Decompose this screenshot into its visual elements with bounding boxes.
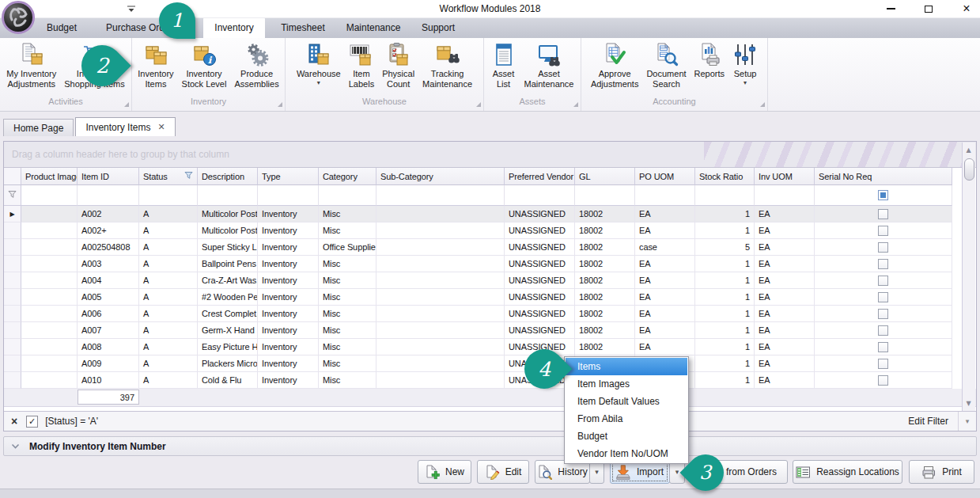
ribbon-tab-budget[interactable]: Budget (36, 17, 87, 38)
row-selector[interactable] (4, 322, 21, 339)
ribbon-button-approve-adjustments[interactable]: Approve Adjustments (588, 40, 642, 97)
table-row[interactable]: A006ACrest Complet...InventoryMiscUNASSI… (4, 306, 976, 322)
serial-checkbox[interactable] (878, 309, 888, 319)
maximize-button[interactable] (923, 3, 934, 14)
row-selector[interactable] (4, 339, 21, 355)
serial-checkbox[interactable] (878, 325, 888, 336)
table-row[interactable]: A003ABallpoint Pens ...InventoryMiscUNAS… (4, 256, 976, 272)
row-selector[interactable] (4, 239, 21, 256)
row-selector[interactable] (4, 256, 21, 272)
table-row[interactable]: A009APlackers Micro ...InventoryMiscUNAS… (4, 355, 976, 372)
table-row[interactable]: A008AEasy Picture H...InventoryMiscUNASS… (4, 339, 976, 355)
menu-item-item-default-values[interactable]: Item Default Values (566, 393, 687, 410)
filter-cell[interactable] (198, 185, 258, 206)
edit-filter-button[interactable]: Edit Filter (908, 416, 948, 427)
filter-funnel-icon[interactable] (184, 171, 193, 181)
filter-cell[interactable] (755, 185, 815, 206)
serial-checkbox[interactable] (878, 259, 888, 269)
group-by-bar[interactable]: Drag a column header here to group by th… (4, 142, 976, 168)
column-header-preferred-vendor[interactable]: Preferred Vendor (505, 168, 575, 185)
dialog-launcher-icon[interactable] (278, 102, 282, 107)
scrollbar-thumb[interactable] (964, 158, 974, 181)
row-selector[interactable] (4, 272, 21, 289)
table-row[interactable]: A010ACold & FluInventoryMiscUNASSIGNED18… (4, 372, 976, 389)
table-row[interactable]: ▶A002AMulticolor Post...InventoryMiscUNA… (4, 206, 976, 222)
app-logo-icon[interactable] (2, 1, 35, 34)
serial-checkbox[interactable] (878, 226, 888, 236)
column-header-status[interactable]: Status (139, 168, 198, 185)
serial-checkbox[interactable] (878, 375, 888, 386)
column-header-description[interactable]: Description (198, 168, 258, 185)
table-row[interactable]: A002504808ASuper Sticky L...InventoryOff… (4, 239, 976, 256)
new-button[interactable]: New (418, 460, 471, 484)
ribbon-button-asset-maintenance[interactable]: Asset Maintenance (521, 40, 577, 97)
menu-item-budget[interactable]: Budget (566, 428, 687, 445)
column-header-po-uom[interactable]: PO UOM (635, 168, 695, 185)
column-header-inv-uom[interactable]: Inv UOM (755, 168, 815, 185)
table-row[interactable]: A005A#2 Wooden Pe...InventoryMiscUNASSIG… (4, 289, 976, 306)
serial-checkbox[interactable] (878, 276, 888, 286)
dialog-launcher-icon[interactable] (760, 102, 765, 107)
doc-tab-home-page[interactable]: Home Page (3, 119, 74, 136)
column-header-serial-no-req[interactable]: Serial No Req (815, 168, 952, 185)
filter-cell[interactable] (319, 185, 376, 206)
column-header-stock-ratio[interactable]: Stock Ratio (695, 168, 755, 185)
close-button[interactable]: × (961, 3, 972, 14)
ribbon-button-asset-list[interactable]: Asset List (488, 40, 520, 97)
serial-checkbox[interactable] (878, 342, 888, 352)
filter-cell[interactable] (695, 185, 755, 206)
serial-checkbox[interactable] (878, 209, 888, 219)
ribbon-button-item-labels[interactable]: Item Labels (346, 40, 377, 97)
vertical-scrollbar[interactable]: ▲ ▼ (962, 143, 975, 411)
serial-checkbox[interactable] (878, 292, 888, 302)
column-header-product-image[interactable]: Product Image (21, 168, 78, 185)
serial-checkbox[interactable] (878, 359, 888, 369)
filter-cell[interactable] (505, 185, 575, 206)
filter-cell[interactable] (78, 185, 139, 206)
ribbon-button-inventory-stock-level[interactable]: iInventory Stock Level (179, 40, 230, 97)
dialog-launcher-icon[interactable] (573, 102, 578, 107)
scroll-down-icon[interactable]: ▼ (963, 397, 974, 409)
filter-cell[interactable] (635, 185, 695, 206)
table-row[interactable]: A002+AMulticolor Post...InventoryMiscUNA… (4, 222, 976, 239)
row-selector[interactable] (4, 306, 21, 322)
remove-filter-icon[interactable]: × (11, 416, 17, 426)
row-selector[interactable] (4, 222, 21, 239)
scroll-up-icon[interactable]: ▲ (963, 144, 974, 156)
ribbon-button-inventory-items[interactable]: Inventory Items (134, 40, 176, 97)
filter-enabled-checkbox[interactable]: ✓ (26, 416, 38, 428)
serial-filter-checkbox[interactable] (878, 190, 888, 200)
reassign-locations-button[interactable]: Reassign Locations (793, 460, 902, 484)
serial-checkbox[interactable] (878, 242, 888, 253)
row-selector[interactable]: ▶ (4, 206, 21, 222)
ribbon-tab-inventory[interactable]: Inventory (203, 17, 265, 38)
column-header-category[interactable]: Category (319, 168, 376, 185)
menu-item-from-abila[interactable]: From Abila (566, 410, 687, 428)
menu-item-vendor-item-no-uom[interactable]: Vendor Item No/UOM (566, 445, 687, 462)
ribbon-tab-maintenance[interactable]: Maintenance (340, 17, 407, 38)
modify-panel-header[interactable]: Modify Inventory Item Number (3, 436, 977, 456)
print-button[interactable]: Print (909, 460, 974, 484)
ribbon-button-setup[interactable]: Setup▾ (729, 40, 761, 97)
ribbon-button-produce-assemblies[interactable]: Produce Assemblies (231, 40, 282, 97)
minimize-button[interactable] (885, 3, 896, 14)
filter-cell[interactable] (139, 185, 198, 206)
ribbon-button-reports[interactable]: Reports (691, 40, 728, 97)
menu-item-item-images[interactable]: Item Images (566, 375, 687, 393)
column-header-type[interactable]: Type (258, 168, 319, 185)
row-selector[interactable] (4, 355, 21, 372)
filter-cell[interactable] (21, 185, 78, 206)
dialog-launcher-icon[interactable] (476, 102, 481, 107)
row-selector[interactable] (4, 372, 21, 389)
ribbon-button-tracking-maintenance[interactable]: Tracking Maintenance (419, 40, 475, 97)
filter-cell[interactable] (376, 185, 505, 206)
filter-cell[interactable] (575, 185, 635, 206)
dialog-launcher-icon[interactable] (124, 102, 129, 107)
menu-item-items[interactable]: Items (566, 358, 687, 375)
row-selector[interactable] (4, 289, 21, 306)
filter-dropdown-icon[interactable]: ▾ (958, 412, 976, 431)
edit-button[interactable]: Edit (477, 460, 529, 484)
ribbon-button-my-inventory-adjustments[interactable]: My Inventory Adjustments (3, 40, 59, 97)
ribbon-button-warehouse[interactable]: Warehouse▾ (293, 40, 344, 97)
ribbon-button-physical-count[interactable]: Physical Count (379, 40, 418, 97)
